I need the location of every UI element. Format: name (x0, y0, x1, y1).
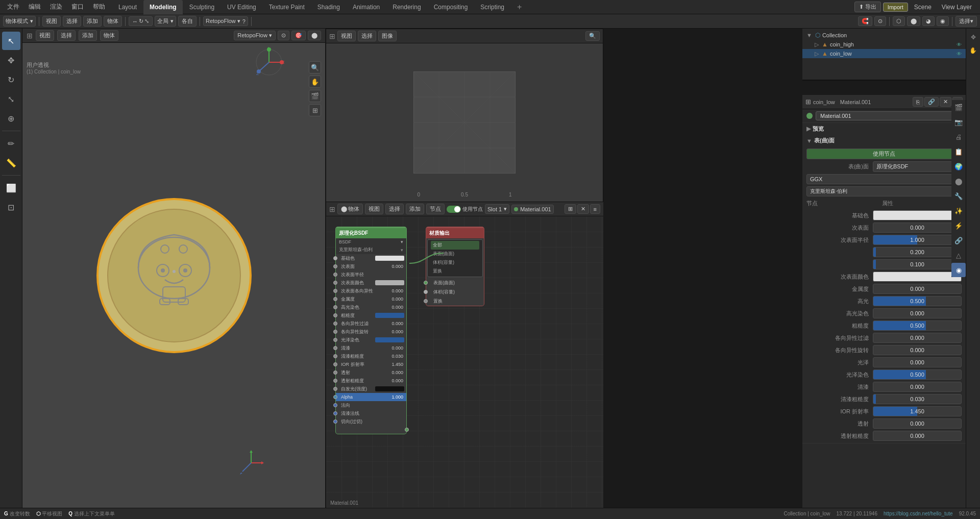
select-dropdown[interactable]: 选择▾ (955, 16, 977, 27)
measure-tool[interactable]: 📏 (2, 154, 20, 172)
prop-specular-input[interactable]: 0.500 (873, 296, 962, 306)
add-cube-tool[interactable]: ⬜ (2, 179, 20, 197)
tree-item-scene[interactable]: ▼ ⬡ Collection (802, 31, 966, 40)
vp-select-btn[interactable]: 选择 (57, 30, 76, 41)
prop-sheen-tint-input[interactable]: 0.500 (873, 369, 962, 380)
vp-solid-toggle[interactable]: ⬤ (308, 31, 321, 40)
node-editor-icon1[interactable]: ⊞ (565, 204, 576, 214)
prop-particles-icon[interactable]: ✨ (951, 204, 966, 218)
vp-add-btn[interactable]: 添加 (79, 30, 97, 41)
output-option-volume[interactable]: 体积(容量) (431, 258, 479, 267)
mode-selector[interactable]: 物体模式 ▾ (3, 16, 36, 27)
node-view-btn[interactable]: 视图 (365, 204, 383, 214)
output-dropdown[interactable]: 全部 表面(曲面) 体积(容量) 置换 (427, 239, 483, 277)
rotate-tool[interactable]: ↻ (2, 70, 20, 89)
prop-object-data-icon[interactable]: △ (951, 248, 966, 262)
coin-low-visibility[interactable]: 👁 (957, 51, 962, 57)
rt-grab-icon[interactable]: ✥ (968, 32, 979, 43)
prop-ior-input[interactable]: 1.450 (873, 406, 962, 416)
pan-btn[interactable]: ✋ (309, 76, 321, 88)
tab-scripting[interactable]: Scripting (474, 0, 510, 14)
individual-btn[interactable]: 各自 (178, 16, 197, 27)
uv-image-btn[interactable]: 图像 (378, 31, 397, 41)
move-tool[interactable]: ✥ (2, 51, 20, 69)
zoom-in-btn[interactable]: 🔍 (309, 61, 321, 73)
use-nodes-button[interactable]: 使用节点 (806, 149, 962, 159)
inset-tool[interactable]: ⊡ (2, 198, 20, 216)
menu-edit[interactable]: 编辑 (24, 2, 45, 12)
material-mode[interactable]: ◕ (922, 16, 935, 26)
node-add-btn[interactable]: 添加 (406, 204, 424, 214)
export-button[interactable]: ⬆ 导出 (854, 2, 881, 12)
surface-type-dropdown[interactable]: 原理化BSDF ▾ (873, 161, 962, 172)
tab-shading[interactable]: Shading (311, 0, 346, 14)
uv-view-btn[interactable]: 视图 (337, 31, 356, 41)
output-option-surface[interactable]: 表面(曲面) (431, 250, 479, 258)
node-editor-icon3[interactable]: ≡ (590, 204, 600, 214)
prop-ss-val3-input[interactable]: 0.100 (873, 259, 962, 269)
axis-gizmo[interactable]: X Y Z (254, 47, 284, 78)
prop-material-icon[interactable]: ◉ (951, 263, 966, 277)
menu-render[interactable]: 渲染 (46, 2, 66, 12)
cursor-tool[interactable]: ↖ (2, 32, 20, 50)
tab-compositing[interactable]: Compositing (428, 0, 474, 14)
prop-physics-icon[interactable]: ⚡ (951, 218, 966, 233)
surface-section-header[interactable]: ▼ 表(曲)面 (802, 135, 966, 146)
menu-window[interactable]: 窗口 (67, 2, 88, 12)
tab-modeling[interactable]: Modeling (143, 0, 183, 14)
material-name-input[interactable]: Material.001 (816, 111, 962, 120)
render-mode[interactable]: ◉ (937, 16, 949, 26)
node-object-btn[interactable]: ⬤ 物体 (337, 204, 363, 214)
global-dropdown[interactable]: 全局 ▾ (155, 16, 176, 27)
prop-sheen-input[interactable]: 0.000 (873, 357, 962, 367)
viewport-3d-canvas[interactable]: 用户透视 (1) Collection | coin_low X Y Z 🔍 ✋… (22, 43, 325, 508)
vp-overlay-icon[interactable]: ⊙ (278, 31, 289, 40)
view-layer-selector[interactable]: View Layer (938, 3, 976, 12)
scale-tool[interactable]: ⤡ (2, 90, 20, 108)
output-option-displacement[interactable]: 置换 (431, 267, 479, 276)
prop-render-icon[interactable]: 📷 (951, 115, 966, 129)
tab-sculpting[interactable]: Sculpting (183, 0, 220, 14)
output-option-all[interactable]: 全部 (431, 241, 479, 250)
transform-gizmo[interactable] (238, 450, 264, 477)
uv-canvas[interactable]: 00.51 (326, 43, 603, 202)
vp-retopo-dropdown[interactable]: RetopoFlow ▾ (234, 31, 276, 40)
grid-btn[interactable]: ⊞ (309, 104, 321, 116)
tab-animation[interactable]: Animation (347, 0, 386, 14)
object-button[interactable]: 物体 (104, 16, 122, 27)
distribution-dropdown[interactable]: GGX ▾ (806, 174, 962, 184)
prop-base-color-input[interactable] (873, 210, 962, 220)
rt-hand-icon[interactable]: ✋ (968, 45, 979, 56)
tab-add[interactable]: + (511, 0, 528, 14)
output-node[interactable]: 材质输出 全部 表面(曲面) 体积(容量) 置换 表面(曲面) 体积(容量) 置… (426, 227, 484, 306)
preview-section-header[interactable]: ▶ 预览 (802, 123, 966, 135)
material-selector[interactable]: Material.001 (511, 205, 554, 214)
annotate-tool[interactable]: ✏ (2, 134, 20, 153)
prop-world-icon[interactable]: 🌍 (951, 159, 966, 174)
uv-select-btn[interactable]: 选择 (358, 31, 376, 41)
vp-gizmo-icon[interactable]: 🎯 (291, 31, 306, 40)
proportional-edit[interactable]: ⊙ (874, 16, 886, 26)
tab-layout[interactable]: Layout (112, 0, 143, 14)
props-copy-btn[interactable]: ⎘ (913, 97, 923, 107)
prop-modifier-icon[interactable]: 🔧 (951, 189, 966, 203)
prop-anisotropic-input[interactable]: 0.000 (873, 333, 962, 343)
view-button[interactable]: 视图 (42, 16, 61, 27)
select-button[interactable]: 选择 (63, 16, 81, 27)
prop-spec-tint-input[interactable]: 0.000 (873, 308, 962, 318)
tree-item-coin-low[interactable]: ▷ ▲ coin_low 👁 (802, 49, 966, 58)
vp-object-btn[interactable]: 物体 (100, 30, 118, 41)
camera-btn[interactable]: 🎬 (309, 90, 321, 102)
use-nodes-toggle[interactable]: 使用节点 (447, 206, 483, 213)
menu-help[interactable]: 帮助 (89, 2, 109, 12)
prop-scene-icon[interactable]: 🎬 (951, 100, 966, 114)
prop-aniso-rotate-input[interactable]: 0.000 (873, 345, 962, 355)
snap-toggle[interactable]: 🧲 (858, 16, 872, 26)
prop-constraints-icon[interactable]: 🔗 (951, 233, 966, 248)
distribution-sub-dropdown[interactable]: 克里斯坦森·伯利 ▾ (806, 186, 962, 196)
prop-ss-half-input[interactable]: 1.000 (873, 235, 962, 245)
prop-roughness-input[interactable]: 0.500 (873, 320, 962, 331)
add-button[interactable]: 添加 (83, 16, 102, 27)
vp-view-btn[interactable]: 视图 (36, 30, 54, 41)
transform-tool[interactable]: ⊕ (2, 109, 20, 128)
